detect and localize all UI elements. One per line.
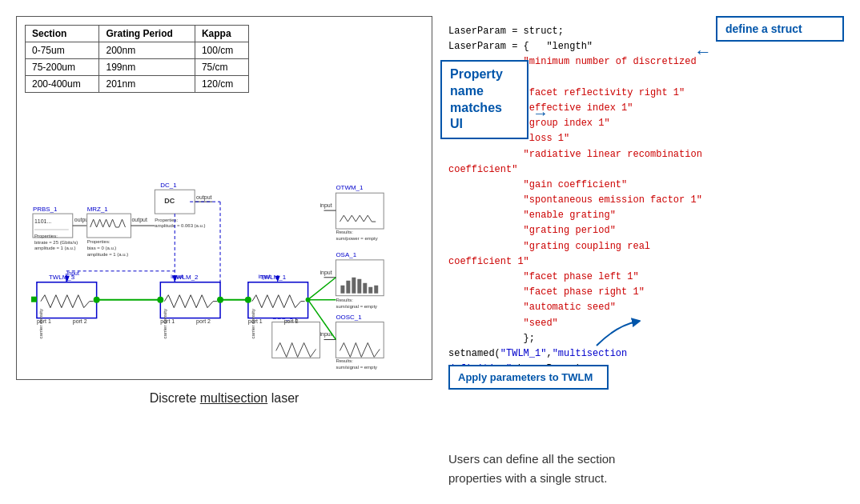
code-line-8: "radiative linear recombination coeffici… bbox=[448, 147, 708, 178]
svg-text:input: input bbox=[259, 274, 271, 280]
svg-rect-63 bbox=[248, 282, 308, 318]
code-line-2: LaserParam = { "length" bbox=[448, 39, 708, 54]
code-line-9: "gain coefficient" bbox=[448, 178, 708, 193]
table-header-grating: Grating Period bbox=[99, 26, 195, 42]
table-row: 200-400um 201nm 120/cm bbox=[26, 76, 249, 93]
svg-text:Results:: Results: bbox=[336, 298, 353, 302]
svg-point-71 bbox=[217, 297, 223, 303]
svg-point-72 bbox=[245, 297, 251, 303]
svg-rect-73 bbox=[31, 297, 37, 302]
svg-text:PRBS_1: PRBS_1 bbox=[33, 206, 58, 213]
svg-text:DC_1: DC_1 bbox=[160, 182, 177, 189]
diagram-caption: Discrete multisection laser bbox=[16, 391, 432, 406]
svg-text:amplitude = 1 (a.u.): amplitude = 1 (a.u.) bbox=[34, 246, 76, 250]
svg-text:sum/power = empty: sum/power = empty bbox=[336, 236, 377, 241]
code-line-1: LaserParam = struct; bbox=[448, 24, 708, 39]
svg-text:OTWM_1: OTWM_1 bbox=[336, 184, 364, 191]
svg-text:sum/signal = empty: sum/signal = empty bbox=[336, 304, 377, 309]
svg-text:sum/signal = empty: sum/signal = empty bbox=[336, 365, 377, 370]
svg-text:bias = 0 (a.u.): bias = 0 (a.u.) bbox=[87, 246, 117, 250]
code-area: LaserParam = struct; LaserParam = { "len… bbox=[448, 16, 844, 434]
callout-apply-label: Apply parameters to TWLM bbox=[458, 371, 593, 383]
caption-suffix: laser bbox=[267, 391, 299, 405]
svg-rect-36 bbox=[368, 287, 372, 294]
table-row: 0-75um 200nm 100/cm bbox=[26, 42, 249, 59]
svg-line-74 bbox=[308, 278, 336, 300]
svg-text:port 2: port 2 bbox=[284, 318, 299, 325]
caption-prefix: Discrete bbox=[150, 391, 200, 405]
callout-property-line2: name bbox=[450, 83, 519, 100]
svg-text:amplitude = 1 (a.u.): amplitude = 1 (a.u.) bbox=[87, 252, 129, 257]
caption-underline: multisection bbox=[200, 391, 267, 405]
svg-rect-34 bbox=[357, 279, 361, 294]
code-line-16: "automatic seed" bbox=[448, 300, 708, 315]
right-panel: define a struct ← LaserParam = struct; L… bbox=[448, 16, 844, 488]
svg-text:Results:: Results: bbox=[336, 230, 353, 234]
svg-rect-31 bbox=[340, 286, 344, 294]
svg-text:output: output bbox=[131, 217, 147, 223]
svg-rect-58 bbox=[160, 282, 220, 318]
svg-rect-17 bbox=[155, 190, 195, 214]
svg-rect-32 bbox=[346, 281, 350, 294]
svg-point-68 bbox=[94, 297, 100, 303]
simulation-diagram: PRBS_1 1101... Properties: bitrate = 25 … bbox=[25, 99, 424, 371]
callout-property-matches: Property name matches UI bbox=[440, 60, 528, 139]
table-header-section: Section bbox=[26, 26, 99, 42]
grating-table: Section Grating Period Kappa 0-75um 200n… bbox=[25, 25, 249, 93]
svg-text:Properties:: Properties: bbox=[87, 239, 111, 244]
svg-text:DC: DC bbox=[164, 197, 175, 205]
svg-text:1101...: 1101... bbox=[34, 218, 51, 224]
bottom-text-line2: properties with a single struct. bbox=[448, 469, 844, 488]
svg-point-69 bbox=[157, 297, 163, 303]
svg-rect-35 bbox=[363, 283, 367, 294]
svg-text:bitrate = 25 (Gbits/s): bitrate = 25 (Gbits/s) bbox=[34, 240, 78, 245]
svg-text:output: output bbox=[196, 194, 211, 201]
svg-rect-53 bbox=[37, 282, 97, 318]
svg-text:input: input bbox=[320, 202, 332, 209]
table-row: 75-200um 199nm 75/cm bbox=[26, 59, 249, 76]
diagram-box: Section Grating Period Kappa 0-75um 200n… bbox=[16, 16, 432, 380]
svg-text:amplitude = 0.063 (a.u.): amplitude = 0.063 (a.u.) bbox=[155, 223, 205, 228]
svg-text:carrier density: carrier density bbox=[38, 309, 43, 338]
callout-property-line4: UI bbox=[450, 116, 519, 133]
bottom-text-line1: Users can define all the section bbox=[448, 450, 844, 469]
svg-text:OOSC_1: OOSC_1 bbox=[336, 314, 362, 321]
code-line-12: "grating period" bbox=[448, 223, 708, 238]
svg-text:input: input bbox=[320, 270, 332, 276]
code-line-11: "enable grating" bbox=[448, 208, 708, 223]
svg-text:Results:: Results: bbox=[336, 358, 353, 363]
callout-property-line3: matches bbox=[450, 100, 519, 117]
svg-point-77 bbox=[306, 298, 311, 302]
svg-text:carrier density: carrier density bbox=[163, 309, 167, 338]
arrow-property-icon: → bbox=[532, 104, 549, 122]
svg-text:MRZ_1: MRZ_1 bbox=[87, 206, 109, 213]
svg-text:carrier density: carrier density bbox=[251, 309, 255, 338]
svg-rect-37 bbox=[374, 286, 378, 294]
callout-property-line1: Property bbox=[450, 66, 519, 83]
svg-rect-24 bbox=[336, 193, 384, 229]
code-line-18: }; bbox=[448, 331, 708, 346]
svg-rect-33 bbox=[352, 278, 356, 294]
svg-text:port 2: port 2 bbox=[73, 318, 87, 325]
svg-text:OSA_1: OSA_1 bbox=[336, 251, 356, 258]
arrow-apply-svg bbox=[593, 318, 641, 350]
bottom-description: Users can define all the section propert… bbox=[448, 442, 844, 488]
svg-text:port 2: port 2 bbox=[196, 318, 211, 325]
code-line-14: "facet phase left 1" bbox=[448, 270, 708, 285]
callout-apply-params: Apply parameters to TWLM bbox=[448, 365, 609, 390]
code-line-13: "grating coupling real coefficient 1" bbox=[448, 239, 708, 270]
code-line-15: "facet phase right 1" bbox=[448, 285, 708, 300]
table-header-kappa: Kappa bbox=[195, 26, 248, 42]
svg-text:Properties:: Properties: bbox=[34, 234, 58, 238]
code-line-17: "seed" bbox=[448, 316, 708, 331]
left-panel: Section Grating Period Kappa 0-75um 200n… bbox=[16, 16, 432, 488]
code-line-10: "spontaneous emission factor 1" bbox=[448, 193, 708, 208]
svg-text:input: input bbox=[67, 270, 79, 277]
